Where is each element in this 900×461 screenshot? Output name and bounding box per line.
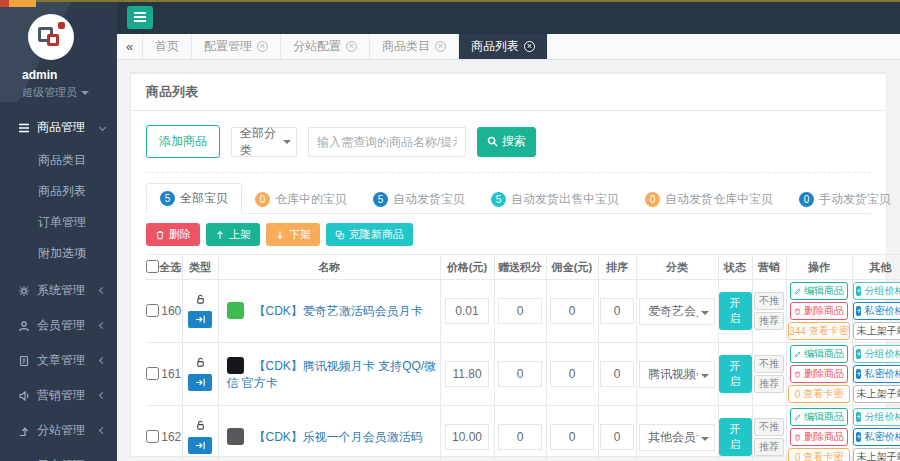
points-input[interactable] — [498, 361, 542, 387]
sidebar-item-system[interactable]: 系统管理 — [0, 273, 117, 308]
recommend-button[interactable]: 推荐 — [754, 375, 784, 393]
sidebar-item-product-categories[interactable]: 商品类目 — [0, 145, 117, 176]
card-type-badge[interactable] — [188, 311, 212, 328]
count-badge: 0 — [799, 192, 814, 207]
delete-product-button[interactable]: 删除商品 — [790, 365, 848, 383]
subsite-status-button[interactable]: 未上架子站 — [853, 448, 900, 461]
group-price-button[interactable]: +分组价格 — [853, 345, 900, 363]
edit-product-button[interactable]: 编辑商品 — [790, 408, 848, 426]
select-all-header: 全选 — [146, 255, 182, 280]
card-type-badge[interactable] — [188, 437, 212, 454]
content-area: 商品列表 添加商品 全部分类 搜索 — [117, 60, 900, 461]
private-price-button[interactable]: +私密价格 — [853, 365, 900, 383]
filter-tab-in-stock[interactable]: 0 仓库中的宝贝 — [242, 185, 360, 214]
filter-tab-auto-selling[interactable]: 5 自动发货出售中宝贝 — [478, 185, 632, 214]
category-select[interactable]: 爱奇艺会员专区 — [639, 298, 715, 325]
recommend-button[interactable]: 推荐 — [754, 312, 784, 330]
no-push-button[interactable]: 不推 — [754, 418, 784, 436]
group-price-button[interactable]: +分组价格 — [853, 282, 900, 300]
view-cards-button[interactable]: 344查看卡密 — [788, 322, 850, 340]
status-toggle-button[interactable]: 开启 — [719, 355, 752, 393]
sidebar-item-articles[interactable]: 文章管理 — [0, 343, 117, 378]
close-icon[interactable]: × — [257, 41, 268, 52]
sidebar-item-subsites[interactable]: 分站管理 — [0, 413, 117, 448]
select-all-checkbox[interactable] — [146, 260, 159, 273]
view-cards-button[interactable]: 0查看卡密 — [788, 385, 850, 403]
card-type-badge[interactable] — [188, 374, 212, 391]
category-select[interactable]: 腾讯视频会员专区 — [639, 361, 715, 388]
sort-input[interactable] — [600, 361, 634, 387]
page-title: 商品列表 — [131, 74, 886, 111]
subsite-status-button[interactable]: 未上架子站 — [853, 322, 900, 340]
category-select[interactable]: 其他会员专区 — [639, 424, 715, 451]
status-toggle-button[interactable]: 开启 — [719, 292, 752, 330]
price-input[interactable] — [445, 298, 489, 324]
close-icon[interactable]: × — [524, 41, 535, 52]
filter-tab-auto[interactable]: 5 自动发货宝贝 — [360, 185, 478, 214]
sidebar-item-products[interactable]: 商品管理 — [0, 110, 117, 145]
points-input[interactable] — [498, 298, 542, 324]
no-push-button[interactable]: 不推 — [754, 292, 784, 310]
private-price-button[interactable]: +私密价格 — [853, 302, 900, 320]
product-list-panel: 商品列表 添加商品 全部分类 搜索 — [130, 72, 887, 457]
count-badge: 0 — [255, 192, 270, 207]
subsite-status-button[interactable]: 未上架子站 — [853, 385, 900, 403]
plus-icon: + — [856, 349, 861, 359]
recommend-button[interactable]: 推荐 — [754, 438, 784, 456]
search-button[interactable]: 搜索 — [477, 127, 536, 157]
tab-product-list[interactable]: 商品列表 × — [459, 34, 548, 59]
commission-input[interactable] — [550, 361, 594, 387]
sidebar-item-addons[interactable]: 附加选项 — [0, 238, 117, 269]
bulk-publish-button[interactable]: 上架 — [206, 223, 260, 246]
view-cards-button[interactable]: 0查看卡密 — [788, 448, 850, 461]
points-input[interactable] — [498, 424, 542, 450]
bulk-unpublish-button[interactable]: 下架 — [266, 223, 320, 246]
price-input[interactable] — [445, 424, 489, 450]
sidebar-item-orders[interactable]: 订单管理 — [0, 207, 117, 238]
filter-tab-manual[interactable]: 0 手动发货宝贝 — [786, 185, 900, 214]
logo-cube-red-icon — [47, 34, 59, 46]
row-checkbox[interactable] — [146, 430, 159, 443]
close-icon[interactable]: × — [435, 41, 446, 52]
search-input[interactable] — [308, 127, 466, 157]
commission-input[interactable] — [550, 424, 594, 450]
hamburger-button[interactable] — [127, 6, 153, 29]
filter-tab-all[interactable]: 5 全部宝贝 — [146, 183, 242, 214]
row-checkbox[interactable] — [146, 367, 159, 380]
edit-product-button[interactable]: 编辑商品 — [790, 345, 848, 363]
product-id: 162 — [161, 430, 181, 444]
sidebar-item-members[interactable]: 会员管理 — [0, 308, 117, 343]
status-toggle-button[interactable]: 开启 — [719, 418, 752, 456]
filter-tab-auto-warehouse[interactable]: 0 自动发货仓库中宝贝 — [632, 185, 786, 214]
product-name-link[interactable]: 【CDK】乐视一个月会员激活码 — [254, 430, 423, 444]
tab-product-categories[interactable]: 商品类目 × — [370, 34, 459, 59]
product-name-link[interactable]: 【CDK】腾讯视频月卡 支持QQ/微信 官方卡 — [227, 359, 437, 390]
no-push-button[interactable]: 不推 — [754, 355, 784, 373]
tab-config[interactable]: 配置管理 × — [192, 34, 281, 59]
delete-product-button[interactable]: 删除商品 — [790, 302, 848, 320]
delete-product-button[interactable]: 删除商品 — [790, 428, 848, 446]
sort-input[interactable] — [600, 298, 634, 324]
group-price-button[interactable]: +分组价格 — [853, 408, 900, 426]
tabs-backward-button[interactable]: « — [117, 34, 143, 59]
bulk-clone-button[interactable]: 克隆新商品 — [326, 223, 413, 246]
private-price-button[interactable]: +私密价格 — [853, 428, 900, 446]
sidebar-item-logs[interactable]: 日志管理 — [0, 448, 117, 461]
sort-input[interactable] — [600, 424, 634, 450]
close-icon[interactable]: × — [346, 41, 357, 52]
tab-subsite-config[interactable]: 分站配置 × — [281, 34, 370, 59]
count-badge: 5 — [491, 192, 506, 207]
sidebar-item-product-list[interactable]: 商品列表 — [0, 176, 117, 207]
price-input[interactable] — [445, 361, 489, 387]
add-product-button[interactable]: 添加商品 — [146, 125, 220, 158]
tab-home[interactable]: 首页 — [143, 34, 192, 59]
edit-product-button[interactable]: 编辑商品 — [790, 282, 848, 300]
commission-input[interactable] — [550, 298, 594, 324]
category-filter-select[interactable]: 全部分类 — [231, 127, 297, 157]
user-role-dropdown[interactable]: 超级管理员 — [22, 85, 117, 100]
product-name-link[interactable]: 【CDK】爱奇艺激活码会员月卡 — [254, 304, 423, 318]
bulk-delete-button[interactable]: 删除 — [146, 223, 200, 246]
sidebar-item-marketing[interactable]: 营销管理 — [0, 378, 117, 413]
chevron-left-icon — [99, 357, 106, 364]
row-checkbox[interactable] — [146, 304, 159, 317]
